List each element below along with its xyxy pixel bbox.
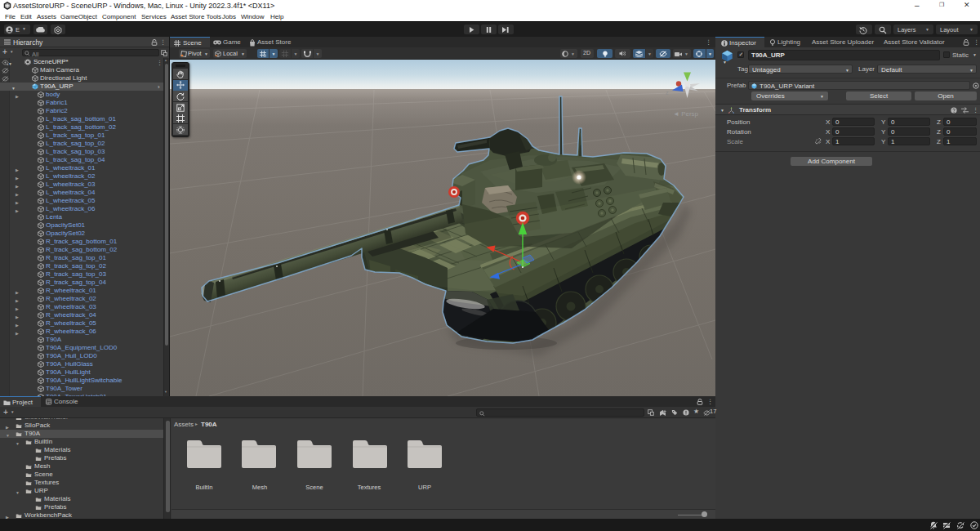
svg-text:z: z — [666, 90, 669, 96]
svg-text:◄ Persp: ◄ Persp — [673, 110, 699, 118]
